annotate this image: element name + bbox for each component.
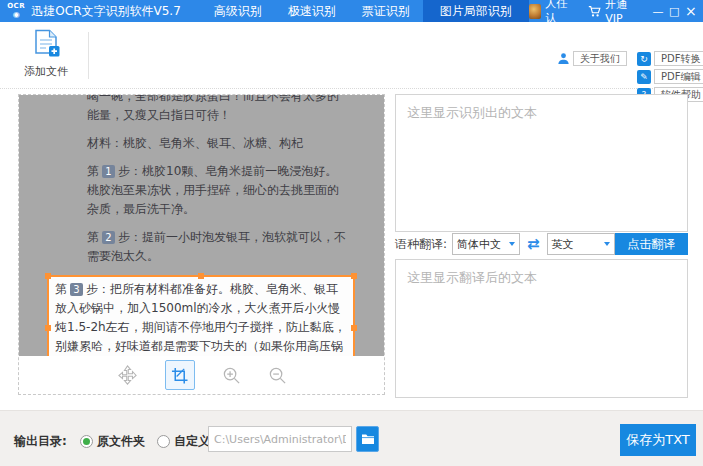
zoom-in-tool-button[interactable]	[222, 366, 241, 385]
add-file-button[interactable]: 添加文件	[16, 29, 76, 79]
tab-ticket-ocr[interactable]: 票证识别	[349, 0, 423, 22]
cart-icon	[588, 5, 601, 18]
document-preview[interactable]: 喝一碗，全部都是胶原蛋白！而且不会有太多的能量，又瘦又白指日可待！ 材料：桃胶、…	[19, 95, 384, 356]
chevron-down-icon	[604, 242, 610, 246]
source-language-select[interactable]: 简体中文	[452, 233, 520, 255]
app-logo: OCR ◉	[4, 0, 28, 22]
eye-icon: ◉	[13, 10, 20, 19]
selection-handle[interactable]	[351, 273, 357, 279]
app-title: 迅捷OCR文字识别软件V5.7	[31, 0, 180, 22]
move-tool-button[interactable]	[117, 365, 138, 386]
translated-text-area[interactable]	[395, 259, 688, 398]
output-bar: 输出目录: 原文件夹 自定义 保存为TXT	[0, 410, 703, 466]
logo-text: OCR	[7, 3, 25, 10]
swap-languages-icon[interactable]: ⇄	[527, 235, 540, 253]
radio-custom-folder[interactable]	[157, 435, 170, 448]
minimize-button[interactable]: —	[650, 0, 666, 22]
tab-image-region-ocr[interactable]: 图片局部识别	[423, 0, 529, 22]
document-text: 喝一碗，全部都是胶原蛋白！而且不会有太多的能量，又瘦又白指日可待！ 材料：桃胶、…	[87, 95, 347, 356]
selection-handle[interactable]	[45, 325, 51, 331]
doc-paragraph: 第2步：提前一小时泡发银耳，泡软就可以，不需要泡太久。	[87, 228, 347, 266]
zoom-out-icon	[268, 366, 287, 385]
folder-icon	[361, 433, 375, 445]
pdf-edit-label: PDF编辑	[654, 69, 703, 84]
translate-button[interactable]: 点击翻译	[615, 233, 688, 255]
step-number-badge: 3	[70, 283, 83, 296]
crop-selection-box[interactable]: 第3步：把所有材料都准备好。桃胶、皂角米、银耳放入砂锅中，加入1500ml的冷水…	[47, 275, 355, 356]
output-dir-label: 输出目录:	[14, 433, 67, 450]
titlebar-right: 人任认 开通VIP — □ ×	[529, 0, 703, 22]
source-language-value: 简体中文	[457, 237, 501, 252]
selection-handle[interactable]	[198, 273, 204, 279]
preview-frame: 喝一碗，全部都是胶原蛋白！而且不会有太多的能量，又瘦又白指日可待！ 材料：桃胶、…	[18, 94, 385, 395]
zoom-out-tool-button[interactable]	[268, 366, 287, 385]
about-us-button[interactable]: 关于我们	[556, 51, 627, 66]
tab-fast-ocr[interactable]: 极速识别	[275, 0, 349, 22]
recognized-text-area[interactable]	[395, 94, 688, 232]
maximize-button[interactable]: □	[666, 0, 682, 22]
radio-custom-folder-label[interactable]: 自定义	[174, 433, 210, 450]
move-icon	[117, 365, 138, 386]
about-us-label: 关于我们	[573, 51, 627, 66]
doc-paragraph: 第1步：桃胶10颗、皂角米提前一晚浸泡好。桃胶泡至果冻状，用手捏碎，细心的去挑里…	[87, 162, 347, 219]
crop-icon	[171, 367, 188, 384]
close-button[interactable]: ×	[683, 0, 699, 22]
avatar[interactable]	[529, 4, 541, 19]
selection-handle[interactable]	[351, 325, 357, 331]
tab-advanced-ocr[interactable]: 高级识别	[201, 0, 275, 22]
pdf-edit-button[interactable]: ✎ PDF编辑	[637, 69, 703, 84]
crop-tool-button[interactable]	[165, 360, 195, 390]
radio-original-folder-label[interactable]: 原文件夹	[97, 433, 145, 450]
pdf-convert-icon: ↻	[637, 52, 651, 66]
translate-label: 语种翻译:	[395, 236, 447, 253]
output-path-input[interactable]	[208, 426, 352, 452]
doc-paragraph-selected: 第3步：把所有材料都准备好。桃胶、皂角米、银耳放入砂锅中，加入1500ml的冷水…	[55, 280, 347, 356]
pdf-convert-button[interactable]: ↻ PDF转换	[637, 51, 703, 66]
step-number-badge: 2	[102, 231, 115, 244]
add-file-icon	[33, 43, 60, 62]
translate-row: 语种翻译: 简体中文 ⇄ 英文 点击翻译	[395, 233, 688, 255]
doc-paragraph: 喝一碗，全部都是胶原蛋白！而且不会有太多的能量，又瘦又白指日可待！	[87, 95, 347, 125]
person-icon	[556, 52, 570, 66]
chevron-down-icon	[509, 242, 515, 246]
save-as-txt-button[interactable]: 保存为TXT	[620, 424, 696, 456]
doc-paragraph: 材料：桃胶、皂角米、银耳、冰糖、构杞	[87, 134, 347, 153]
radio-original-folder[interactable]	[80, 435, 93, 448]
toolbar: 添加文件 关于我们 ↻ PDF转换 ✎ PDF编辑 ? 软件帮助	[0, 22, 703, 89]
target-language-value: 英文	[552, 237, 574, 252]
preview-toolbar	[19, 356, 384, 394]
titlebar: OCR ◉ 迅捷OCR文字识别软件V5.7 高级识别 极速识别 票证识别 图片局…	[0, 0, 703, 22]
target-language-select[interactable]: 英文	[547, 233, 615, 255]
step-number-badge: 1	[102, 165, 115, 178]
browse-folder-button[interactable]	[356, 426, 379, 452]
main-menu: 高级识别 极速识别 票证识别 图片局部识别	[201, 0, 529, 22]
selection-handle[interactable]	[45, 273, 51, 279]
toolbar-divider	[88, 32, 89, 79]
zoom-in-icon	[222, 366, 241, 385]
pdf-edit-icon: ✎	[637, 70, 651, 84]
add-file-label: 添加文件	[16, 64, 76, 79]
pdf-convert-label: PDF转换	[654, 51, 703, 66]
